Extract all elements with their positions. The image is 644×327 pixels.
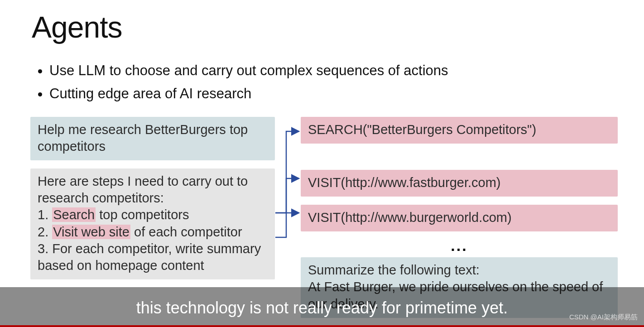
watermark: CSDN @AI架构师易筋 <box>569 313 638 322</box>
step-1-highlight: Search <box>52 207 96 222</box>
bullet-item: Use LLM to choose and carry out complex … <box>49 59 448 82</box>
step-2-prefix: 2. <box>38 225 52 239</box>
video-caption: this technology is not really ready for … <box>0 287 644 327</box>
progress-bar[interactable] <box>0 325 644 327</box>
ellipsis: ... <box>301 237 618 255</box>
user-prompt-box: Help me research BetterBurgers top compe… <box>30 117 275 160</box>
bullet-list: Use LLM to choose and carry out complex … <box>38 59 448 105</box>
slide: Agents Use LLM to choose and carry out c… <box>0 0 644 327</box>
step-2-highlight: Visit web site <box>52 225 130 239</box>
plan-intro: Here are steps I need to carry out to re… <box>38 174 248 205</box>
action-visit2-box: VISIT(http://www.burgerworld.com) <box>301 205 618 231</box>
left-column: Help me research BetterBurgers top compe… <box>30 117 275 288</box>
caption-text: this technology is not really ready for … <box>136 298 508 317</box>
bullet-item: Cutting edge area of AI research <box>49 82 448 105</box>
summary-head: Summarize the following text: <box>308 263 480 277</box>
step-1-prefix: 1. <box>38 207 52 222</box>
step-1-suffix: top competitors <box>96 207 189 222</box>
action-visit1-box: VISIT(http://www.fastburger.com) <box>301 170 618 197</box>
step-2-suffix: of each competitor <box>130 225 242 239</box>
step-3: 3. For each competitor, write summary ba… <box>38 241 261 273</box>
agent-plan-box: Here are steps I need to carry out to re… <box>30 168 275 279</box>
action-search-box: SEARCH("BetterBurgers Competitors") <box>301 117 618 144</box>
slide-title: Agents <box>32 10 122 44</box>
